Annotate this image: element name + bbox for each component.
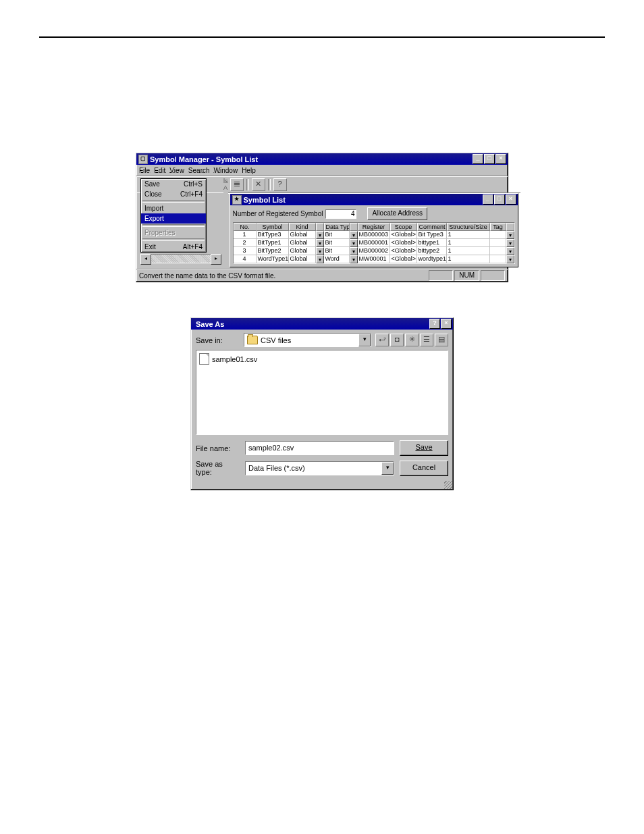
cell-scope[interactable]: <Global> bbox=[390, 255, 417, 263]
cell-symbol[interactable]: BitType2 bbox=[257, 247, 289, 255]
menu-help[interactable]: Help bbox=[242, 167, 256, 174]
dropdown-icon[interactable] bbox=[316, 239, 324, 247]
menu-item-exit[interactable]: Exit Alt+F4 bbox=[141, 242, 206, 252]
new-folder-button[interactable]: ✳ bbox=[405, 334, 419, 346]
cell-datatype[interactable]: Bit bbox=[324, 239, 350, 247]
cell-register[interactable]: MB000003 bbox=[358, 231, 390, 239]
cell-register[interactable]: MW00001 bbox=[358, 255, 390, 263]
help-button[interactable]: ? bbox=[429, 319, 440, 329]
scroll-left-button[interactable]: ◂ bbox=[140, 254, 151, 265]
chevron-down-icon[interactable]: ▾ bbox=[381, 462, 394, 475]
save-in-dropdown[interactable]: CSV files ▾ bbox=[244, 333, 371, 347]
cell-kind[interactable]: Global bbox=[289, 239, 316, 247]
col-structsize[interactable]: Structure/Size bbox=[447, 223, 490, 231]
col-scope[interactable]: Scope bbox=[390, 223, 417, 231]
cell-register[interactable]: MB000001 bbox=[358, 239, 390, 247]
sl-minimize-button[interactable]: _ bbox=[483, 194, 493, 205]
cell-symbol[interactable]: BitType1 bbox=[257, 239, 289, 247]
col-register[interactable]: Register bbox=[358, 223, 390, 231]
dropdown-icon[interactable] bbox=[506, 247, 514, 255]
dropdown-icon[interactable] bbox=[350, 231, 358, 239]
scroll-right-button[interactable]: ▸ bbox=[211, 254, 221, 265]
table-row[interactable]: 2 BitType1 Global Bit MB000001 <Global> … bbox=[234, 239, 514, 247]
sl-close-button[interactable]: × bbox=[506, 194, 516, 205]
menu-item-export[interactable]: Export bbox=[141, 213, 206, 224]
menu-view[interactable]: View bbox=[169, 167, 184, 174]
table-row[interactable]: 1 BitType3 Global Bit MB000003 <Global> … bbox=[234, 231, 514, 239]
cell-kind[interactable]: Global bbox=[289, 231, 316, 239]
save-as-type-dropdown[interactable]: Data Files (*.csv) ▾ bbox=[245, 461, 394, 475]
file-name-input[interactable]: sample02.csv bbox=[245, 441, 394, 455]
cell-comment[interactable]: wordtype1 bbox=[417, 255, 447, 263]
maximize-button[interactable]: □ bbox=[484, 154, 495, 164]
minimize-button[interactable]: _ bbox=[473, 154, 483, 164]
help-toolbutton[interactable]: ? bbox=[273, 178, 287, 191]
table-row[interactable]: 3 BitType2 Global Bit MB000002 <Global> … bbox=[234, 247, 514, 255]
allocate-address-button[interactable]: Allocate Address bbox=[367, 207, 427, 220]
menu-file[interactable]: File bbox=[139, 167, 150, 174]
col-no[interactable]: No. bbox=[234, 223, 257, 231]
dropdown-icon[interactable] bbox=[316, 247, 324, 255]
menu-item-save[interactable]: Save Ctrl+S bbox=[141, 179, 206, 189]
table-row[interactable]: 4 WordType1 Global Word MW00001 <Global>… bbox=[234, 255, 514, 263]
list-item[interactable]: sample01.csv bbox=[199, 353, 445, 365]
dropdown-icon[interactable] bbox=[506, 231, 514, 239]
cell-kind[interactable]: Global bbox=[289, 247, 316, 255]
cell-tag[interactable] bbox=[490, 231, 506, 239]
dropdown-icon[interactable] bbox=[350, 239, 358, 247]
tool-misc-1[interactable]: 𝌆 bbox=[230, 178, 244, 191]
dropdown-icon[interactable] bbox=[316, 231, 324, 239]
close-button[interactable]: × bbox=[441, 319, 452, 329]
cell-comment[interactable]: Bit Type3 bbox=[417, 231, 447, 239]
cell-scope[interactable]: <Global> bbox=[390, 231, 417, 239]
dropdown-icon[interactable] bbox=[350, 255, 358, 263]
resize-grip[interactable] bbox=[444, 481, 452, 489]
col-kind[interactable]: Kind bbox=[289, 223, 316, 231]
cell-datatype[interactable]: Bit bbox=[324, 231, 350, 239]
menu-item-close[interactable]: Close Ctrl+F4 bbox=[141, 189, 206, 199]
cell-tag[interactable] bbox=[490, 239, 506, 247]
cell-comment[interactable]: bittype2 bbox=[417, 247, 447, 255]
sl-maximize-button[interactable]: □ bbox=[494, 194, 505, 205]
cell-datatype[interactable]: Word bbox=[324, 255, 350, 263]
cell-symbol[interactable]: BitType3 bbox=[257, 231, 289, 239]
delete-toolbutton[interactable]: ✕ bbox=[252, 178, 265, 191]
close-button[interactable]: × bbox=[495, 154, 506, 164]
menubar[interactable]: File Edit View Search Window Help bbox=[136, 165, 508, 176]
col-comment[interactable]: Comment bbox=[417, 223, 447, 231]
dropdown-icon[interactable] bbox=[350, 247, 358, 255]
dropdown-icon[interactable] bbox=[506, 255, 514, 263]
menu-search[interactable]: Search bbox=[188, 167, 210, 174]
cell-structsize[interactable]: 1 bbox=[447, 231, 490, 239]
cell-scope[interactable]: <Global> bbox=[390, 239, 417, 247]
cell-symbol[interactable]: WordType1 bbox=[257, 255, 289, 263]
cell-tag[interactable] bbox=[490, 247, 506, 255]
mdi-hscrollbar[interactable]: ◂ ▸ bbox=[140, 254, 221, 263]
cell-tag[interactable] bbox=[490, 255, 506, 263]
col-symbol[interactable]: Symbol bbox=[257, 223, 289, 231]
save-button[interactable]: Save bbox=[400, 440, 448, 456]
menu-window[interactable]: Window bbox=[214, 167, 238, 174]
cell-comment[interactable]: bittype1 bbox=[417, 239, 447, 247]
col-datatype[interactable]: Data Type bbox=[324, 223, 350, 231]
scroll-track[interactable] bbox=[151, 254, 211, 263]
chevron-down-icon[interactable]: ▾ bbox=[358, 334, 371, 346]
col-tag[interactable]: Tag bbox=[490, 223, 506, 231]
menu-edit[interactable]: Edit bbox=[154, 167, 165, 174]
cell-structsize[interactable]: 1 bbox=[447, 255, 490, 263]
cell-register[interactable]: MB000002 bbox=[358, 247, 390, 255]
view-list-button[interactable]: ☰ bbox=[420, 334, 433, 346]
desktop-button[interactable]: ◘ bbox=[390, 334, 404, 346]
file-list[interactable]: sample01.csv bbox=[196, 350, 448, 435]
cell-kind[interactable]: Global bbox=[289, 255, 316, 263]
dropdown-icon[interactable] bbox=[506, 239, 514, 247]
cancel-button[interactable]: Cancel bbox=[400, 461, 448, 476]
menu-item-import[interactable]: Import bbox=[141, 203, 206, 213]
cell-scope[interactable]: <Global> bbox=[390, 247, 417, 255]
cell-structsize[interactable]: 1 bbox=[447, 247, 490, 255]
cell-datatype[interactable]: Bit bbox=[324, 247, 350, 255]
view-details-button[interactable]: ▤ bbox=[435, 334, 448, 346]
up-one-level-button[interactable]: ⮐ bbox=[375, 334, 389, 346]
cell-structsize[interactable]: 1 bbox=[447, 239, 490, 247]
dropdown-icon[interactable] bbox=[316, 255, 324, 263]
